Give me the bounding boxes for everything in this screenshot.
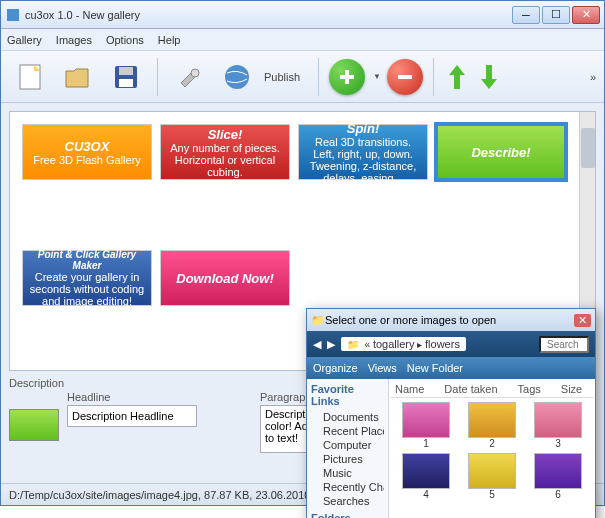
svg-point-6 — [225, 65, 249, 89]
dialog-toolbar: Organize Views New Folder — [307, 357, 595, 379]
favorites-header: Favorite Links — [311, 383, 384, 407]
remove-image-button[interactable] — [387, 59, 423, 95]
maximize-button[interactable]: ☐ — [542, 6, 570, 24]
publish-label: Publish — [264, 71, 300, 83]
dialog-sidebar: Favorite Links Documents Recent Places C… — [307, 379, 389, 518]
separator — [433, 58, 434, 96]
dialog-titlebar: 📁 Select one or more images to open ✕ — [307, 309, 595, 331]
sidebar-link[interactable]: Pictures — [311, 452, 384, 466]
sidebar-link[interactable]: Documents — [311, 410, 384, 424]
save-button[interactable] — [105, 56, 147, 98]
app-icon — [5, 7, 21, 23]
add-dropdown-icon[interactable]: ▼ — [373, 72, 381, 81]
sidebar-link[interactable]: Recent Places — [311, 424, 384, 438]
headline-label: Headline — [67, 391, 252, 403]
status-path: D:/Temp/cu3ox/site/images/image4.jpg, 87… — [9, 489, 356, 501]
scrollbar-thumb[interactable] — [581, 128, 595, 168]
add-image-button[interactable] — [329, 59, 365, 95]
settings-button[interactable] — [168, 56, 210, 98]
svg-rect-3 — [119, 67, 133, 75]
sidebar-link[interactable]: Recently Chan... — [311, 480, 384, 494]
thumbnail-grid: CU3OXFree 3D Flash Gallery Slice!Any num… — [22, 124, 583, 306]
dialog-nav: ◀ ▶ 📁 « togallery ▸ flowers — [307, 331, 595, 357]
titlebar: cu3ox 1.0 - New gallery ─ ☐ ✕ — [1, 1, 604, 29]
separator — [157, 58, 158, 96]
window-controls: ─ ☐ ✕ — [512, 6, 600, 24]
file-list: Name Date taken Tags Size 1 2 3 4 5 6 — [389, 379, 595, 518]
breadcrumb[interactable]: 📁 « togallery ▸ flowers — [341, 337, 466, 351]
file-item[interactable]: 4 — [395, 453, 457, 500]
svg-point-5 — [191, 69, 199, 77]
forward-button[interactable]: ▶ — [327, 338, 335, 351]
thumbnail-item-selected[interactable]: Describe! — [436, 124, 566, 180]
folders-header[interactable]: Folders — [311, 512, 384, 518]
file-item[interactable]: 1 — [395, 402, 457, 449]
sidebar-link[interactable]: Computer — [311, 438, 384, 452]
minimize-button[interactable]: ─ — [512, 6, 540, 24]
separator — [318, 58, 319, 96]
content-area: CU3OXFree 3D Flash Gallery Slice!Any num… — [1, 103, 604, 483]
file-item[interactable]: 2 — [461, 402, 523, 449]
move-up-button[interactable] — [444, 58, 470, 96]
thumbnail-item[interactable]: Slice!Any number of pieces. Horizontal o… — [160, 124, 290, 180]
file-item[interactable]: 3 — [527, 402, 589, 449]
menu-images[interactable]: Images — [56, 34, 92, 46]
back-button[interactable]: ◀ — [313, 338, 321, 351]
toolbar: Publish ▼ » — [1, 51, 604, 103]
search-input[interactable] — [539, 336, 589, 353]
new-button[interactable] — [9, 56, 51, 98]
dialog-body: Favorite Links Documents Recent Places C… — [307, 379, 595, 518]
thumbnail-item[interactable]: Point & Click Gallery MakerCreate your g… — [22, 250, 152, 306]
move-down-button[interactable] — [476, 58, 502, 96]
menu-gallery[interactable]: Gallery — [7, 34, 42, 46]
organize-menu[interactable]: Organize — [313, 362, 358, 374]
window-title: cu3ox 1.0 - New gallery — [25, 9, 512, 21]
menu-options[interactable]: Options — [106, 34, 144, 46]
dialog-title: Select one or more images to open — [325, 314, 574, 326]
thumbnail-item[interactable]: Download Now! — [160, 250, 290, 306]
svg-rect-0 — [7, 9, 19, 21]
file-item[interactable]: 5 — [461, 453, 523, 500]
svg-rect-4 — [119, 79, 133, 87]
menubar: Gallery Images Options Help — [1, 29, 604, 51]
more-icon[interactable]: » — [590, 71, 596, 83]
dialog-close-button[interactable]: ✕ — [574, 314, 591, 327]
thumbnail-item[interactable]: CU3OXFree 3D Flash Gallery — [22, 124, 152, 180]
headline-input[interactable] — [67, 405, 197, 427]
folder-icon: 📁 — [311, 314, 325, 327]
open-button[interactable] — [57, 56, 99, 98]
menu-help[interactable]: Help — [158, 34, 181, 46]
column-headers[interactable]: Name Date taken Tags Size — [391, 381, 593, 398]
views-menu[interactable]: Views — [368, 362, 397, 374]
description-thumbnail — [9, 409, 59, 441]
publish-button[interactable] — [216, 56, 258, 98]
sidebar-link[interactable]: Music — [311, 466, 384, 480]
file-item[interactable]: 6 — [527, 453, 589, 500]
sidebar-link[interactable]: Searches — [311, 494, 384, 508]
thumbnail-item[interactable]: Spin!Real 3D transitions. Left, right, u… — [298, 124, 428, 180]
main-window: cu3ox 1.0 - New gallery ─ ☐ ✕ Gallery Im… — [0, 0, 605, 506]
new-folder-button[interactable]: New Folder — [407, 362, 463, 374]
file-open-dialog: 📁 Select one or more images to open ✕ ◀ … — [306, 308, 596, 518]
close-button[interactable]: ✕ — [572, 6, 600, 24]
